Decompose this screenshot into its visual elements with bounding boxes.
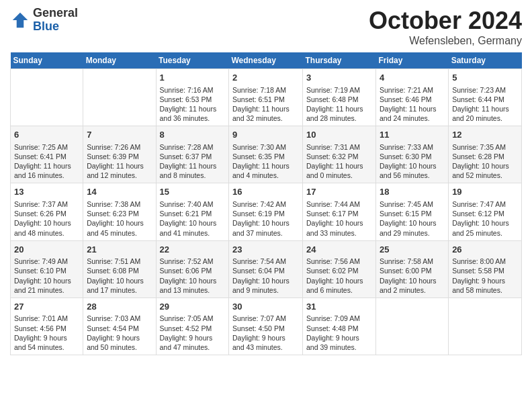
- svg-marker-0: [13, 13, 28, 28]
- day-info: Sunrise: 7:33 AM Sunset: 6:30 PM Dayligh…: [380, 142, 445, 181]
- calendar-cell: 14Sunrise: 7:38 AM Sunset: 6:23 PM Dayli…: [83, 183, 156, 240]
- day-number: 13: [14, 186, 79, 198]
- calendar-cell: 31Sunrise: 7:09 AM Sunset: 4:48 PM Dayli…: [302, 298, 375, 355]
- calendar-cell: 7Sunrise: 7:26 AM Sunset: 6:39 PM Daylig…: [83, 126, 156, 183]
- calendar-cell: 27Sunrise: 7:01 AM Sunset: 4:56 PM Dayli…: [11, 298, 83, 355]
- day-number: 19: [452, 186, 518, 198]
- logo-text: General Blue: [33, 7, 78, 34]
- day-info: Sunrise: 7:07 AM Sunset: 4:50 PM Dayligh…: [232, 314, 299, 352]
- weekday-header: Sunday: [11, 52, 83, 69]
- title-block: October 2024 Wefensleben, Germany: [369, 7, 522, 47]
- day-info: Sunrise: 7:21 AM Sunset: 6:46 PM Dayligh…: [380, 85, 445, 124]
- calendar-week-row: 20Sunrise: 7:49 AM Sunset: 6:10 PM Dayli…: [11, 240, 522, 298]
- weekday-header: Thursday: [302, 52, 375, 69]
- calendar-cell: 28Sunrise: 7:03 AM Sunset: 4:54 PM Dayli…: [83, 298, 156, 355]
- day-number: 24: [306, 244, 372, 256]
- calendar-cell: 16Sunrise: 7:42 AM Sunset: 6:19 PM Dayli…: [229, 183, 303, 240]
- calendar-cell: 24Sunrise: 7:56 AM Sunset: 6:02 PM Dayli…: [302, 240, 375, 298]
- calendar-cell: 13Sunrise: 7:37 AM Sunset: 6:26 PM Dayli…: [11, 183, 83, 240]
- calendar-cell: 15Sunrise: 7:40 AM Sunset: 6:21 PM Dayli…: [156, 183, 229, 240]
- calendar-cell: 6Sunrise: 7:25 AM Sunset: 6:41 PM Daylig…: [11, 126, 83, 183]
- day-number: 21: [87, 244, 152, 256]
- calendar-cell: 8Sunrise: 7:28 AM Sunset: 6:37 PM Daylig…: [156, 126, 229, 183]
- day-info: Sunrise: 7:49 AM Sunset: 6:10 PM Dayligh…: [14, 257, 79, 295]
- day-number: 28: [87, 301, 152, 313]
- day-info: Sunrise: 7:42 AM Sunset: 6:19 PM Dayligh…: [232, 199, 299, 238]
- day-number: 5: [452, 72, 518, 84]
- calendar-cell: 9Sunrise: 7:30 AM Sunset: 6:35 PM Daylig…: [229, 126, 303, 183]
- calendar-cell: 2Sunrise: 7:18 AM Sunset: 6:51 PM Daylig…: [229, 69, 303, 126]
- day-info: Sunrise: 7:52 AM Sunset: 6:06 PM Dayligh…: [160, 257, 226, 295]
- logo: General Blue: [10, 7, 78, 34]
- calendar-week-row: 6Sunrise: 7:25 AM Sunset: 6:41 PM Daylig…: [11, 126, 522, 183]
- day-info: Sunrise: 7:19 AM Sunset: 6:48 PM Dayligh…: [306, 85, 372, 124]
- calendar-cell: 21Sunrise: 7:51 AM Sunset: 6:08 PM Dayli…: [83, 240, 156, 298]
- day-number: 11: [380, 129, 445, 141]
- weekday-header: Wednesday: [229, 52, 303, 69]
- day-info: Sunrise: 7:51 AM Sunset: 6:08 PM Dayligh…: [87, 257, 152, 295]
- day-number: 22: [160, 244, 226, 256]
- day-number: 31: [306, 301, 372, 313]
- day-number: 16: [232, 186, 299, 198]
- calendar-cell: 5Sunrise: 7:23 AM Sunset: 6:44 PM Daylig…: [449, 69, 522, 126]
- day-info: Sunrise: 7:54 AM Sunset: 6:04 PM Dayligh…: [232, 257, 299, 295]
- calendar-cell: 29Sunrise: 7:05 AM Sunset: 4:52 PM Dayli…: [156, 298, 229, 355]
- calendar-cell: 18Sunrise: 7:45 AM Sunset: 6:15 PM Dayli…: [375, 183, 448, 240]
- day-number: 14: [87, 186, 152, 198]
- day-info: Sunrise: 7:40 AM Sunset: 6:21 PM Dayligh…: [160, 199, 226, 238]
- weekday-header-row: SundayMondayTuesdayWednesdayThursdayFrid…: [11, 52, 522, 69]
- calendar-table: SundayMondayTuesdayWednesdayThursdayFrid…: [10, 52, 522, 355]
- day-number: 12: [452, 129, 518, 141]
- day-number: 4: [380, 72, 445, 84]
- calendar-cell: 11Sunrise: 7:33 AM Sunset: 6:30 PM Dayli…: [375, 126, 448, 183]
- day-number: 23: [232, 244, 299, 256]
- weekday-header: Tuesday: [156, 52, 229, 69]
- calendar-week-row: 13Sunrise: 7:37 AM Sunset: 6:26 PM Dayli…: [11, 183, 522, 240]
- calendar-cell: [83, 69, 156, 126]
- day-info: Sunrise: 7:16 AM Sunset: 6:53 PM Dayligh…: [160, 85, 226, 124]
- day-info: Sunrise: 7:25 AM Sunset: 6:41 PM Dayligh…: [14, 142, 79, 181]
- day-info: Sunrise: 7:09 AM Sunset: 4:48 PM Dayligh…: [306, 314, 372, 352]
- calendar-cell: 3Sunrise: 7:19 AM Sunset: 6:48 PM Daylig…: [302, 69, 375, 126]
- calendar-cell: 23Sunrise: 7:54 AM Sunset: 6:04 PM Dayli…: [229, 240, 303, 298]
- logo-icon: [10, 10, 30, 30]
- calendar-cell: 20Sunrise: 7:49 AM Sunset: 6:10 PM Dayli…: [11, 240, 83, 298]
- calendar-week-row: 1Sunrise: 7:16 AM Sunset: 6:53 PM Daylig…: [11, 69, 522, 126]
- day-number: 15: [160, 186, 226, 198]
- day-info: Sunrise: 7:05 AM Sunset: 4:52 PM Dayligh…: [160, 314, 226, 352]
- page-header: General Blue October 2024 Wefensleben, G…: [10, 7, 522, 47]
- calendar-cell: 22Sunrise: 7:52 AM Sunset: 6:06 PM Dayli…: [156, 240, 229, 298]
- day-number: 10: [306, 129, 372, 141]
- weekday-header: Monday: [83, 52, 156, 69]
- day-number: 18: [380, 186, 445, 198]
- calendar-cell: 12Sunrise: 7:35 AM Sunset: 6:28 PM Dayli…: [449, 126, 522, 183]
- calendar-cell: [449, 298, 522, 355]
- day-number: 8: [160, 129, 226, 141]
- day-number: 30: [232, 301, 299, 313]
- weekday-header: Saturday: [449, 52, 522, 69]
- calendar-cell: [375, 298, 448, 355]
- day-info: Sunrise: 7:03 AM Sunset: 4:54 PM Dayligh…: [87, 314, 152, 352]
- calendar-cell: 1Sunrise: 7:16 AM Sunset: 6:53 PM Daylig…: [156, 69, 229, 126]
- day-number: 9: [232, 129, 299, 141]
- day-info: Sunrise: 7:35 AM Sunset: 6:28 PM Dayligh…: [452, 142, 518, 181]
- day-info: Sunrise: 7:45 AM Sunset: 6:15 PM Dayligh…: [380, 199, 445, 238]
- calendar-cell: 25Sunrise: 7:58 AM Sunset: 6:00 PM Dayli…: [375, 240, 448, 298]
- calendar-cell: 17Sunrise: 7:44 AM Sunset: 6:17 PM Dayli…: [302, 183, 375, 240]
- day-info: Sunrise: 7:31 AM Sunset: 6:32 PM Dayligh…: [306, 142, 372, 181]
- calendar-cell: 26Sunrise: 8:00 AM Sunset: 5:58 PM Dayli…: [449, 240, 522, 298]
- day-number: 20: [14, 244, 79, 256]
- day-info: Sunrise: 7:38 AM Sunset: 6:23 PM Dayligh…: [87, 199, 152, 238]
- page-title: October 2024: [369, 7, 522, 35]
- day-number: 27: [14, 301, 79, 313]
- day-number: 1: [160, 72, 226, 84]
- day-info: Sunrise: 7:56 AM Sunset: 6:02 PM Dayligh…: [306, 257, 372, 295]
- page-subtitle: Wefensleben, Germany: [369, 35, 522, 47]
- calendar-cell: 19Sunrise: 7:47 AM Sunset: 6:12 PM Dayli…: [449, 183, 522, 240]
- calendar-cell: 30Sunrise: 7:07 AM Sunset: 4:50 PM Dayli…: [229, 298, 303, 355]
- day-info: Sunrise: 7:37 AM Sunset: 6:26 PM Dayligh…: [14, 199, 79, 238]
- day-number: 25: [380, 244, 445, 256]
- day-info: Sunrise: 7:18 AM Sunset: 6:51 PM Dayligh…: [232, 85, 299, 124]
- day-info: Sunrise: 7:23 AM Sunset: 6:44 PM Dayligh…: [452, 85, 518, 124]
- day-number: 2: [232, 72, 299, 84]
